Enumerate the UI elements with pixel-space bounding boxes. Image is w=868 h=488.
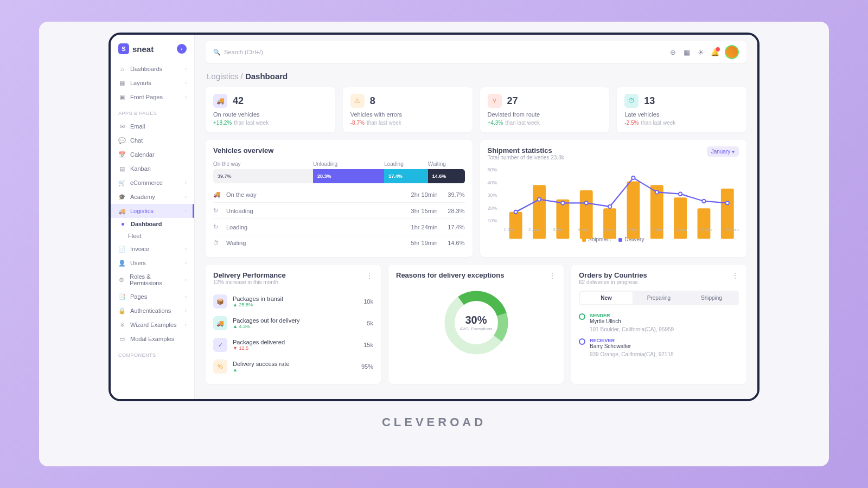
theme-toggle-icon[interactable]: ☀	[697, 48, 705, 56]
collapse-sidebar-button[interactable]: ‹	[177, 44, 187, 54]
sidebar-subitem-fleet[interactable]: Fleet	[111, 230, 194, 242]
stat-label: On route vehicles	[213, 111, 328, 118]
sidebar-item-kanban[interactable]: ▤Kanban	[111, 162, 194, 176]
stat-icon: ⚠	[350, 94, 365, 108]
main-content: 🔍 Search (Ctrl+/) ⊕ ▦ ☀ 🔔 Logistics / Da…	[195, 35, 757, 399]
sender-name: Myrtle Ullrich	[590, 318, 621, 324]
logo[interactable]: S sneat ‹	[111, 40, 194, 62]
row-icon: 🚚	[213, 191, 221, 198]
tab-new[interactable]: New	[580, 292, 633, 304]
sidebar-item-chat[interactable]: 💬Chat	[111, 133, 194, 147]
stat-value: 13	[644, 95, 655, 107]
shipment-statistics-card: Shipment statistics Total number of deli…	[480, 140, 747, 257]
nav-icon: ▤	[118, 165, 126, 172]
page-title: Dashboard	[245, 72, 288, 81]
nav-label: Dashboards	[130, 66, 162, 72]
row-icon: ↻	[213, 207, 221, 214]
sidebar-item-roles-permissions[interactable]: ⚙Roles & Permissions›	[111, 270, 194, 290]
card-title: Reasons for delivery exceptions	[396, 271, 548, 279]
order-tabs: New Preparing Shipping	[579, 291, 739, 305]
sidebar-item-email[interactable]: ✉Email	[111, 119, 194, 133]
chevron-right-icon: ›	[185, 180, 187, 185]
sidebar-item-academy[interactable]: 🎓Academy›	[111, 190, 194, 204]
card-menu-icon[interactable]: ⋮	[548, 271, 556, 280]
table-row: ↻Loading1hr 24min17.4%	[213, 219, 465, 235]
perf-icon: 🚚	[213, 316, 227, 330]
row-icon: ↻	[213, 223, 221, 230]
nav-label: Invoice	[130, 246, 149, 252]
card-title: Vehicles overview	[213, 146, 465, 155]
sender-dot-icon	[579, 313, 585, 320]
sidebar-item-modal-examples[interactable]: ▭Modal Examples	[111, 332, 194, 346]
stat-value: 8	[370, 95, 375, 107]
card-menu-icon[interactable]: ⋮	[366, 271, 373, 280]
card-title: Shipment statistics	[488, 146, 739, 155]
svg-point-17	[678, 192, 681, 196]
search-placeholder: Search (Ctrl+/)	[224, 49, 263, 55]
vehicles-overview-card: Vehicles overview On the wayUnloadingLoa…	[206, 140, 473, 257]
nav-label: Users	[130, 260, 146, 266]
search-input[interactable]: 🔍 Search (Ctrl+/)	[213, 49, 663, 56]
perf-row: %Delivery success rate▲ 95%	[213, 356, 373, 377]
sidebar-item-dashboards[interactable]: ⌂Dashboards›	[111, 62, 194, 76]
sidebar-item-users[interactable]: 👤Users›	[111, 256, 194, 270]
svg-point-13	[584, 201, 588, 204]
stat-label: Vehicles with errors	[350, 111, 465, 118]
topbar: 🔍 Search (Ctrl+/) ⊕ ▦ ☀ 🔔	[206, 41, 746, 63]
card-title: Orders by Countries	[579, 271, 731, 279]
card-title: Delivery Performance	[213, 271, 366, 279]
sidebar: S sneat ‹ ⌂Dashboards›▦Layouts›▣Front Pa…	[111, 35, 195, 399]
nav-label: Wizard Examples	[130, 322, 177, 328]
svg-rect-7	[674, 197, 687, 239]
bar-waiting: 14.6%	[428, 169, 465, 183]
sidebar-item-wizard-examples[interactable]: ※Wizard Examples›	[111, 318, 194, 332]
user-avatar[interactable]	[725, 45, 739, 59]
apps-grid-icon[interactable]: ▦	[682, 48, 691, 56]
svg-rect-0	[509, 212, 522, 239]
stat-card: ⑂27Deviated from route+4.3%than last wee…	[480, 87, 610, 132]
stage: S sneat ‹ ⌂Dashboards›▦Layouts›▣Front Pa…	[39, 22, 829, 466]
stat-delta: +4.3%	[488, 120, 503, 126]
donut-chart: 30% AVG. Exceptions	[396, 287, 556, 358]
stat-note: than last week	[234, 120, 269, 126]
svg-point-16	[655, 190, 658, 194]
sidebar-item-pages[interactable]: 📑Pages›	[111, 290, 194, 304]
sidebar-item-ecommerce[interactable]: 🛒eCommerce›	[111, 176, 194, 190]
language-icon[interactable]: ⊕	[668, 48, 677, 56]
chevron-right-icon: ›	[185, 66, 187, 72]
perf-icon: ✓	[213, 338, 227, 352]
sidebar-item-calendar[interactable]: 📅Calendar	[111, 147, 194, 162]
stat-card: ⚠8Vehicles with errors-8.7%than last wee…	[343, 87, 473, 132]
nav-icon: 🎓	[118, 193, 126, 201]
stat-delta: -8.7%	[350, 120, 365, 126]
sidebar-item-front-pages[interactable]: ▣Front Pages›	[111, 90, 194, 104]
sidebar-item-logistics[interactable]: 🚚Logistics›	[111, 204, 194, 218]
app-window: S sneat ‹ ⌂Dashboards›▦Layouts›▣Front Pa…	[108, 33, 760, 401]
month-select[interactable]: January ▾	[707, 146, 739, 157]
sidebar-item-authentications[interactable]: 🔒Authentications›	[111, 304, 194, 318]
sidebar-item-layouts[interactable]: ▦Layouts›	[111, 76, 194, 90]
stat-icon: 🚚	[213, 94, 227, 108]
card-subtitle: 12% increase in this month	[213, 279, 366, 285]
tab-shipping[interactable]: Shipping	[685, 292, 738, 304]
stat-icon: ⑂	[488, 94, 502, 108]
breadcrumb-parent[interactable]: Logistics	[207, 72, 238, 81]
sidebar-item-invoice[interactable]: 📄Invoice›	[111, 242, 194, 256]
nav-label: Authentications	[130, 307, 171, 314]
tab-preparing[interactable]: Preparing	[633, 292, 685, 304]
nav-label: Modal Examples	[130, 336, 174, 342]
chevron-right-icon: ›	[185, 208, 187, 214]
nav-icon: 📅	[118, 151, 126, 158]
card-subtitle: Total number of deliveries 23.8k	[488, 155, 739, 160]
receiver-name: Barry Schowalter	[590, 343, 631, 349]
card-menu-icon[interactable]: ⋮	[731, 271, 739, 280]
breadcrumb: Logistics / Dashboard	[206, 63, 746, 87]
perf-icon: %	[213, 359, 227, 374]
nav-label: Calendar	[130, 151, 155, 158]
stacked-bar: 39.7% 28.3% 17.4% 14.6%	[213, 169, 465, 183]
sidebar-subitem-dashboard[interactable]: Dashboard	[111, 218, 194, 230]
orders-by-countries-card: Orders by Countries 62 deliveries in pro…	[571, 265, 746, 384]
notifications-icon[interactable]: 🔔	[711, 48, 719, 56]
chevron-right-icon: ›	[185, 294, 187, 299]
svg-rect-4	[603, 208, 616, 239]
